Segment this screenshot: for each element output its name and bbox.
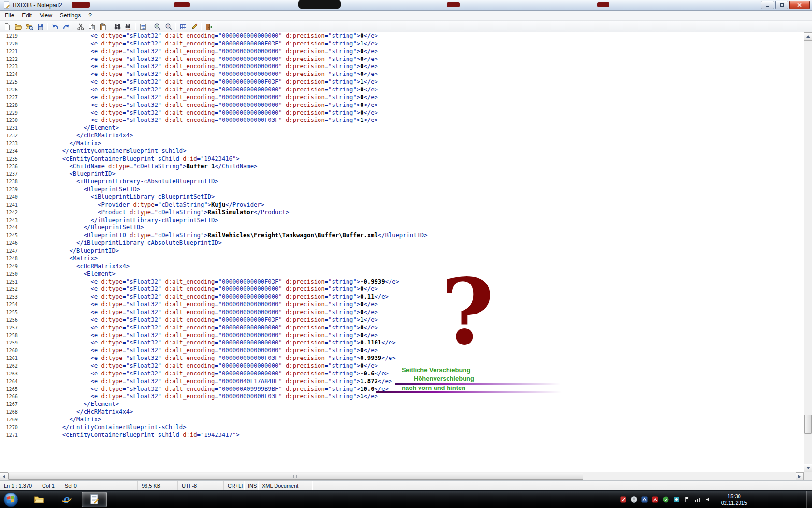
pdf-reader-icon[interactable] <box>652 496 659 503</box>
undo-button[interactable] <box>49 21 60 32</box>
replace-button[interactable] <box>123 21 134 32</box>
menu-edit[interactable]: Edit <box>18 11 36 20</box>
toolbar-separator <box>73 23 73 30</box>
toolbar-separator <box>135 23 136 30</box>
vertical-scroll-thumb[interactable] <box>804 415 812 434</box>
toolbar-separator <box>201 23 202 30</box>
start-button[interactable] <box>3 492 18 507</box>
redaction-mark <box>447 2 460 7</box>
line-ending-pane[interactable]: CR+LF <box>224 481 244 490</box>
code-line: <cEntityContainerBlueprint-sChild d:id="… <box>23 155 428 163</box>
scroll-left-button[interactable] <box>0 472 8 480</box>
right-arrow-icon <box>798 475 801 478</box>
code-line: <e d:type="sFloat32" d:alt_encoding="000… <box>23 63 428 71</box>
document-type-pane[interactable]: XML Document <box>258 481 312 490</box>
line-number: 1230 <box>0 117 21 124</box>
toolbar-separator <box>110 23 110 30</box>
window-controls <box>761 1 810 9</box>
code-line: <iBlueprintLibrary-cBlueprintSetID> <box>23 194 428 201</box>
code-line: <e d:type="sFloat32" d:alt_encoding="000… <box>23 355 428 362</box>
action-center-icon[interactable] <box>683 496 691 503</box>
show-desktop-button[interactable] <box>806 491 812 508</box>
editor-surface[interactable]: 1219122012211222122312241225122612271228… <box>0 32 804 472</box>
code-line: </iBlueprintLibrary-cAbsoluteBlueprintID… <box>23 239 428 247</box>
tray-app-3-icon[interactable] <box>662 496 669 503</box>
taskbar-button-internet-explorer[interactable]: e <box>54 492 79 507</box>
antivirus-icon[interactable] <box>620 496 627 503</box>
tray-app-1-icon[interactable] <box>630 496 638 503</box>
save-file-button[interactable] <box>35 21 46 32</box>
code-line: </cHcRMatrix4x4> <box>23 132 428 140</box>
tray-app-4-icon[interactable] <box>673 496 680 503</box>
line-number: 1246 <box>0 239 21 247</box>
code-line: <e d:type="sFloat32" d:alt_encoding="000… <box>23 109 428 117</box>
code-line: <e d:type="sFloat32" d:alt_encoding="000… <box>23 71 428 78</box>
line-number: 1226 <box>0 86 21 94</box>
save-file-icon <box>37 23 44 30</box>
line-number: 1269 <box>0 416 21 424</box>
code-line: <e d:type="sFloat32" d:alt_encoding="000… <box>23 347 428 355</box>
exit-button[interactable] <box>203 21 214 32</box>
code-line: <e d:type="sFloat32" d:alt_encoding="000… <box>23 56 428 63</box>
code-line: <Product d:type="cDeltaString">RailSimul… <box>23 209 428 217</box>
code-line: </iBlueprintLibrary-cBlueprintSetID> <box>23 217 428 224</box>
view-schemes-icon <box>179 23 187 30</box>
line-number: 1242 <box>0 209 21 217</box>
zoom-out-button[interactable] <box>163 21 174 32</box>
copy-button[interactable] <box>86 21 97 32</box>
redo-button[interactable] <box>60 21 72 32</box>
view-schemes-button[interactable] <box>177 21 188 32</box>
insert-mode-pane[interactable]: INS <box>244 481 258 490</box>
zoom-in-button[interactable] <box>152 21 163 32</box>
toolbar-separator <box>175 23 176 30</box>
scroll-up-button[interactable] <box>804 32 812 41</box>
line-number: 1238 <box>0 178 21 186</box>
word-wrap-button[interactable] <box>137 21 148 32</box>
network-icon[interactable] <box>694 496 701 503</box>
code-area: <e d:type="sFloat32" d:alt_encoding="000… <box>23 32 428 439</box>
line-number: 1256 <box>0 316 21 324</box>
open-file-button[interactable] <box>13 21 24 32</box>
taskbar-clock[interactable]: 15:30 02.11.2015 <box>721 491 747 508</box>
code-line: </Element> <box>23 124 428 132</box>
minimize-button[interactable] <box>761 1 774 9</box>
code-line: <e d:type="sFloat32" d:alt_encoding="000… <box>23 94 428 102</box>
line-number: 1224 <box>0 71 21 78</box>
code-line: <e d:type="sFloat32" d:alt_encoding="000… <box>23 362 428 370</box>
new-file-button[interactable] <box>1 21 13 32</box>
toolbar-separator <box>150 23 150 30</box>
vertical-scrollbar[interactable] <box>804 32 812 472</box>
tray-app-2-icon[interactable] <box>641 496 648 503</box>
close-button[interactable] <box>789 1 810 9</box>
code-line: <BlueprintID> <box>23 170 428 178</box>
horizontal-scrollbar[interactable] <box>0 472 804 480</box>
taskbar-button-notepad2[interactable] <box>82 492 107 507</box>
menu-file[interactable]: File <box>1 11 18 20</box>
find-button[interactable] <box>112 21 123 32</box>
redo-icon <box>62 23 70 30</box>
line-number: 1255 <box>0 309 21 316</box>
undo-icon <box>51 23 59 30</box>
paste-button[interactable] <box>97 21 108 32</box>
menu-view[interactable]: View <box>36 11 56 20</box>
taskbar-button-windows-explorer[interactable] <box>27 492 52 507</box>
browse-file-button[interactable] <box>24 21 35 32</box>
scroll-down-button[interactable] <box>804 464 812 472</box>
customize-schemes-button[interactable] <box>188 21 200 32</box>
window-title: HXD3B - Notepad2 <box>13 2 62 9</box>
scroll-right-button[interactable] <box>796 472 804 480</box>
menu-settings[interactable]: Settings <box>56 11 85 20</box>
code-line: <cHcRMatrix4x4> <box>23 263 428 270</box>
scrollbar-corner <box>804 472 812 480</box>
code-line: <e d:type="sFloat32" d:alt_encoding="000… <box>23 278 428 286</box>
encoding-pane[interactable]: UTF-8 <box>178 481 224 490</box>
maximize-button[interactable] <box>775 1 788 9</box>
code-line: <e d:type="sFloat32" d:alt_encoding="000… <box>23 86 428 94</box>
column-indicator: Col 1 <box>42 483 55 489</box>
horizontal-scroll-thumb[interactable] <box>8 473 583 480</box>
menu-help[interactable]: ? <box>85 11 96 20</box>
cut-button[interactable] <box>75 21 86 32</box>
line-number: 1231 <box>0 124 21 132</box>
volume-icon[interactable] <box>705 496 712 503</box>
windows-explorer-icon <box>34 494 44 505</box>
